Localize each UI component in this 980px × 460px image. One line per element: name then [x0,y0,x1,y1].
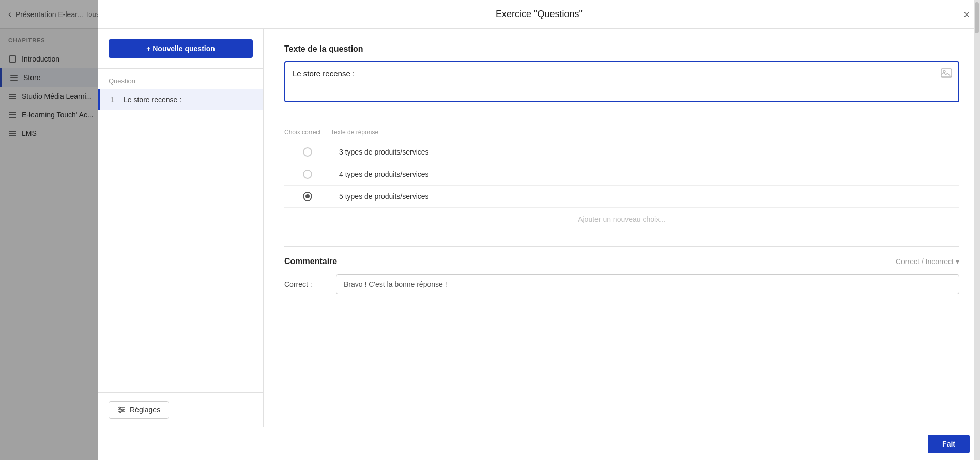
commentaire-correct-label: Correct : [284,280,326,288]
modal-left-panel: + Nouvelle question Question 1 Le store … [98,29,264,427]
choices-col-correct: Choix correct [284,129,331,137]
commentaire-header: Commentaire Correct / Incorrect ▾ [284,257,959,266]
commentaire-section: Commentaire Correct / Incorrect ▾ Correc… [284,246,959,294]
svg-point-4 [122,409,124,411]
question-section-title: Texte de la question [284,44,959,54]
scrollbar-thumb [975,2,979,33]
svg-point-5 [120,411,121,413]
modal-right-panel: Texte de la question Le store recense : … [264,29,980,427]
choice-text-3: 5 types de produits/services [339,192,959,201]
question-textarea[interactable]: Le store recense : [284,61,959,102]
add-choice-button[interactable]: Ajouter un nouveau choix... [284,208,959,231]
modal: Exercice "Questions" × + Nouvelle questi… [98,0,980,460]
commentaire-type-selector[interactable]: Correct / Incorrect ▾ [896,257,959,266]
done-button[interactable]: Fait [928,435,970,453]
choice-row-1: 3 types de produits/services [284,141,959,163]
choice-text-2: 4 types de produits/services [339,170,959,178]
new-question-button[interactable]: + Nouvelle question [109,39,253,58]
modal-footer: Fait [98,427,980,460]
modal-header: Exercice "Questions" × [98,0,980,29]
choice-row-3: 5 types de produits/services [284,186,959,208]
choice-radio-col-2 [284,170,331,179]
question-list-header: Question [98,69,263,89]
question-number: 1 [110,96,118,104]
choice-radio-col-1 [284,147,331,157]
choice-row-2: 4 types de produits/services [284,163,959,186]
question-list: 1 Le store recense : [98,89,263,392]
commentaire-correct-row: Correct : [284,274,959,294]
reglages-label: Réglages [130,406,160,414]
choice-radio-3[interactable] [303,192,312,201]
choice-text-1: 3 types de produits/services [339,148,959,156]
choice-radio-1[interactable] [303,147,312,157]
close-button[interactable]: × [963,9,970,20]
commentaire-title: Commentaire [284,257,337,266]
reglages-icon [117,406,126,414]
choice-radio-col-3 [284,192,331,201]
new-question-section: + Nouvelle question [98,29,263,69]
chevron-down-icon: ▾ [956,257,959,266]
svg-point-7 [943,71,945,73]
commentaire-correct-input[interactable] [336,274,959,294]
question-item[interactable]: 1 Le store recense : [98,89,263,110]
question-text-preview: Le store recense : [124,96,181,104]
choices-header: Choix correct Texte de réponse [284,129,959,137]
choices-col-response: Texte de réponse [331,129,959,137]
outer-scrollbar[interactable] [974,0,980,460]
reglages-button[interactable]: Réglages [109,401,169,419]
image-icon[interactable] [941,68,952,80]
modal-title: Exercice "Questions" [496,9,583,20]
svg-point-3 [119,407,121,409]
modal-body: + Nouvelle question Question 1 Le store … [98,29,980,427]
modal-left-footer: Réglages [98,392,263,427]
choice-radio-2[interactable] [303,170,312,179]
question-textarea-wrapper: Le store recense : [284,61,959,104]
commentaire-type-label: Correct / Incorrect [896,257,954,266]
choices-section: Choix correct Texte de réponse 3 types d… [284,120,959,231]
